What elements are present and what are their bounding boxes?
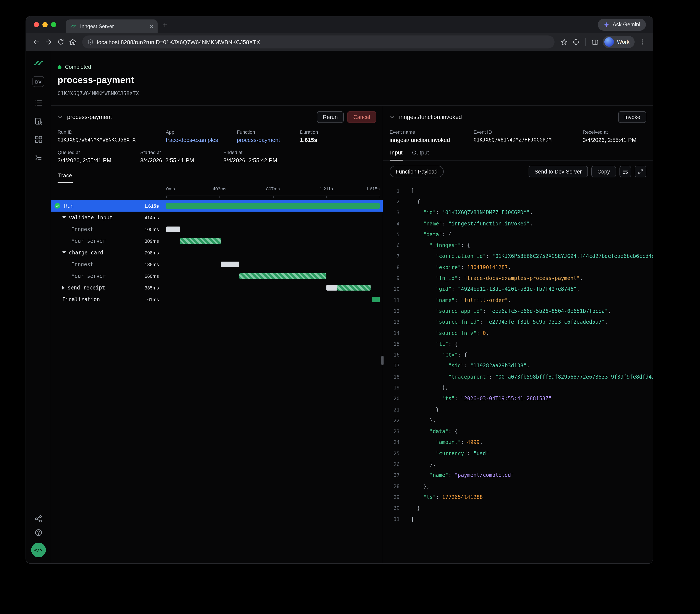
wrap-lines-button[interactable] xyxy=(620,166,631,177)
browser-menu-button[interactable] xyxy=(636,36,649,48)
expand-icon xyxy=(637,168,643,175)
help-button[interactable] xyxy=(34,529,42,537)
code-text: "fn_id": "trace-docs-examples-process-pa… xyxy=(411,275,583,281)
collapse-chevron-icon[interactable] xyxy=(62,252,66,254)
dev-env-badge[interactable]: DV xyxy=(33,76,44,87)
tab-close-icon[interactable]: × xyxy=(150,23,153,29)
trace-row-finalization[interactable]: Finalization61ms xyxy=(51,293,383,305)
line-number: 28 xyxy=(387,483,400,489)
new-tab-button[interactable]: + xyxy=(163,21,167,28)
code-text: ] xyxy=(411,516,414,522)
ask-gemini-label: Ask Gemini xyxy=(613,22,640,28)
sidebar-item-runs[interactable] xyxy=(34,117,42,125)
code-text: "id": "01KJX6Q7V81N4DMZ7HFJ0CGPDM", xyxy=(411,209,533,216)
code-line: 14 "source_fn_v": 0, xyxy=(383,328,653,338)
trace-row-your-server[interactable]: Your server309ms xyxy=(51,235,383,247)
field-label: Run ID xyxy=(58,129,162,135)
sidebar-item-functions[interactable] xyxy=(34,99,42,107)
line-number: 2 xyxy=(387,199,400,205)
chevron-down-icon[interactable] xyxy=(390,114,395,120)
line-number: 18 xyxy=(387,374,400,380)
avatar xyxy=(604,37,614,47)
code-text: "data": { xyxy=(411,428,458,434)
section-title: process-payment xyxy=(67,114,112,120)
sidebar-item-apps[interactable] xyxy=(34,136,42,143)
trace-row-your-server[interactable]: Your server660ms xyxy=(51,270,383,282)
forward-button[interactable] xyxy=(42,36,54,48)
code-line: 18 "traceparent": "00-a073fb598bfff8af82… xyxy=(383,371,653,382)
code-line: 22 }, xyxy=(383,415,653,426)
rerun-button[interactable]: Rerun xyxy=(317,111,344,123)
dev-tools-fab[interactable]: </> xyxy=(31,542,46,557)
panel-resize-handle[interactable] xyxy=(382,356,384,365)
field-value: 3/4/2026, 2:55:41 PM xyxy=(583,137,643,143)
field-value: 3/4/2026, 2:55:41 PM xyxy=(140,157,220,164)
extensions-button[interactable] xyxy=(570,36,582,48)
cancel-button[interactable]: Cancel xyxy=(347,111,376,123)
code-text: }, xyxy=(411,385,448,391)
trace-bar xyxy=(166,226,180,232)
sidebar-item-events[interactable] xyxy=(34,154,42,162)
browser-tab[interactable]: Inngest Server × xyxy=(66,20,158,33)
bookmark-button[interactable] xyxy=(558,36,570,48)
code-text: "ts": "2026-03-04T19:55:41.288158Z" xyxy=(411,396,551,402)
expand-chevron-icon[interactable] xyxy=(62,286,64,289)
home-button[interactable] xyxy=(67,36,79,48)
search-docs-icon xyxy=(34,117,42,125)
tab-trace[interactable]: Trace xyxy=(58,172,73,183)
tab-output[interactable]: Output xyxy=(412,149,429,160)
span-name: charge-card xyxy=(69,250,103,256)
line-number: 8 xyxy=(387,264,400,270)
invoke-button[interactable]: Invoke xyxy=(618,111,646,123)
zoom-window-button[interactable] xyxy=(51,22,56,27)
code-line: 26 }, xyxy=(383,459,653,470)
reload-button[interactable] xyxy=(54,36,67,48)
code-line: 29 "ts": 1772654141288 xyxy=(383,492,653,503)
trace-row-charge-card[interactable]: charge-card798ms xyxy=(51,247,383,258)
help-icon xyxy=(34,529,42,537)
share-button[interactable] xyxy=(34,515,42,523)
trace-bar xyxy=(239,273,326,279)
inngest-logo[interactable] xyxy=(33,58,43,68)
expand-button[interactable] xyxy=(635,166,646,177)
code-text: }, xyxy=(411,418,436,424)
code-line: 23 "data": { xyxy=(383,426,653,437)
field-value-link[interactable]: process-payment xyxy=(237,137,297,143)
trace-row-list: Run1.615svalidate-input414msInngest105ms… xyxy=(51,200,383,305)
check-circle-icon xyxy=(54,203,60,208)
code-line: 8 "expire": 1804190141287, xyxy=(383,262,653,273)
copy-button[interactable]: Copy xyxy=(591,166,616,177)
run-id: 01KJX6Q7W64NMKMWBNKCJ58XTX xyxy=(58,90,646,97)
function-list-icon xyxy=(34,99,42,107)
url-bar[interactable]: localhost:8288/run?runID=01KJX6Q7W64NMKM… xyxy=(82,36,554,49)
event-panel: inngest/function.invoked Invoke Event na… xyxy=(383,105,653,563)
trace-row-inngest[interactable]: Inngest138ms xyxy=(51,258,383,270)
code-icon: </> xyxy=(34,547,42,552)
function-payload-pill[interactable]: Function Payload xyxy=(390,166,443,177)
payload-code-viewer[interactable]: 1[2 {3 "id": "01KJX6Q7V81N4DMZ7HFJ0CGPDM… xyxy=(383,183,653,563)
line-number: 30 xyxy=(387,505,400,511)
trace-row-run[interactable]: Run1.615s xyxy=(51,200,383,212)
apps-grid-icon xyxy=(34,136,42,143)
ask-gemini-button[interactable]: Ask Gemini xyxy=(598,18,646,31)
side-panel-button[interactable] xyxy=(589,36,601,48)
collapse-chevron-icon[interactable] xyxy=(62,216,66,218)
back-button[interactable] xyxy=(30,36,42,48)
gemini-sparkle-icon xyxy=(603,22,610,28)
send-to-dev-server-button[interactable]: Send to Dev Server xyxy=(528,166,588,177)
trace-row-send-receipt[interactable]: send-receipt335ms xyxy=(51,282,383,293)
chevron-down-icon[interactable] xyxy=(58,114,63,120)
line-number: 22 xyxy=(387,418,400,424)
field-value-link[interactable]: trace-docs-examples xyxy=(166,137,233,143)
profile-chip[interactable]: Work xyxy=(603,36,635,48)
tab-input[interactable]: Input xyxy=(390,149,403,161)
close-window-button[interactable] xyxy=(34,22,39,27)
code-text: "_inngest": { xyxy=(411,242,470,248)
line-number: 14 xyxy=(387,330,400,336)
trace-bar xyxy=(372,296,380,302)
axis-tick xyxy=(326,195,327,198)
main-content: Completed process-payment 01KJX6Q7W64NMK… xyxy=(51,51,653,563)
trace-row-inngest[interactable]: Inngest105ms xyxy=(51,223,383,235)
minimize-window-button[interactable] xyxy=(42,22,48,27)
trace-row-validate-input[interactable]: validate-input414ms xyxy=(51,212,383,223)
